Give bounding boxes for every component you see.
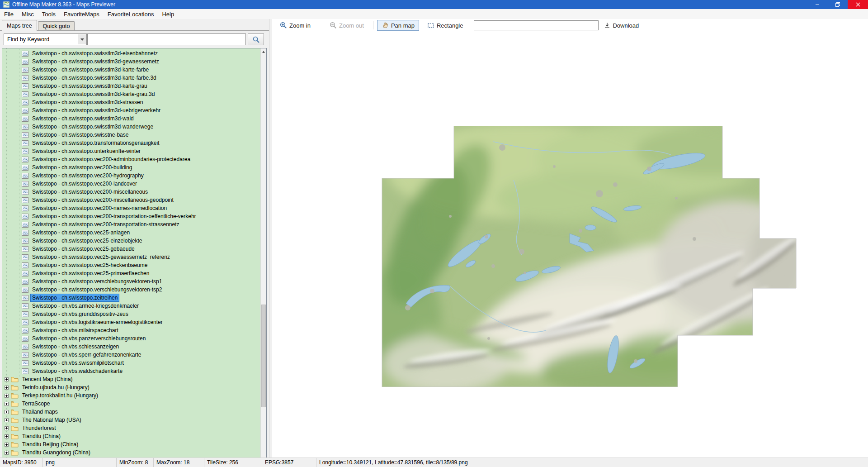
search-filter-dropdown[interactable]: Find by Keyword [4,33,87,45]
maps-tree-folder[interactable]: Tianditu Beijing (China) [2,440,260,448]
maps-tree-item[interactable]: Swisstopo - ch.vbs.logistikraeume-armeel… [2,318,260,326]
search-button[interactable] [248,33,264,45]
zoom-out-button[interactable]: Zoom out [327,20,367,30]
maps-tree-folder[interactable]: The National Map (USA) [2,416,260,424]
maps-tree-item[interactable]: Swisstopo - ch.swisstopo.swisstlm3d-wald [2,114,260,123]
maps-tree-item-label: Swisstopo - ch.vbs.waldschadenkarte [31,367,124,375]
scrollbar-thumb[interactable] [261,305,266,407]
expand-plus-icon[interactable] [5,386,9,390]
zoom-in-button[interactable]: Zoom in [277,20,313,30]
maps-tree-item[interactable]: Swisstopo - ch.swisstopo.vec200-landcove… [2,180,260,188]
scroll-up-icon[interactable] [261,48,266,55]
download-button[interactable]: Download [601,21,642,30]
maps-tree-item[interactable]: Swisstopo - ch.swisstopo.vec200-transpor… [2,212,260,220]
menu-item[interactable]: Tools [38,9,60,19]
maps-tree-item[interactable]: Swisstopo - ch.swisstopo.vec25-gewaesser… [2,253,260,261]
maps-tree-item[interactable]: Swisstopo - ch.swisstopo.vec200-hydrogra… [2,172,260,180]
maps-tree-item[interactable]: Swisstopo - ch.swisstopo.verschiebungsve… [2,286,260,294]
maps-tree-item-label: Swisstopo - ch.swisstopo.swisstlm3d-kart… [31,66,150,73]
menu-item[interactable]: FavoriteMaps [60,9,104,19]
maps-tree-folder[interactable]: Thailand maps [2,408,260,416]
maps-tree-item[interactable]: Swisstopo - ch.swisstopo.swisstlm3d-wand… [2,123,260,131]
maps-tree-folder-label: Tianditu (China) [21,433,62,440]
menu-item[interactable]: FavoriteLocations [104,9,158,19]
map-layer-icon [22,67,28,73]
tab-quick-goto[interactable]: Quick goto [38,21,75,30]
maps-tree-item[interactable]: Swisstopo - ch.swisstopo.vec200-building [2,163,260,172]
minimize-button[interactable] [807,0,827,9]
maps-tree-item[interactable]: Swisstopo - ch.swisstopo.swisstlm3d-stra… [2,98,260,106]
maps-tree-item[interactable]: Swisstopo - ch.swisstopo.swisstlm3d-kart… [2,74,260,82]
map-layer-icon [22,75,28,81]
maps-tree-item[interactable]: Swisstopo - ch.vbs.swissmilpilotschart [2,359,260,367]
restore-button[interactable] [827,0,848,9]
maps-tree-item[interactable]: Swisstopo - ch.swisstopo.swisstlm3d-eise… [2,49,260,57]
maps-tree-item[interactable]: Swisstopo - ch.vbs.grunddispositiv-zeus [2,310,260,318]
tab-maps-tree[interactable]: Maps tree [2,20,37,31]
maps-tree-folder[interactable]: Tencent Map (China) [2,375,260,383]
maps-tree-item-label: Swisstopo - ch.swisstopo.unterkuenfte-wi… [31,148,142,155]
maps-tree-item[interactable]: Swisstopo - ch.swisstopo.transformations… [2,139,260,147]
expand-plus-icon[interactable] [5,426,9,430]
status-cell: png [43,458,117,467]
maps-tree-folder[interactable]: Terkep.torokbalint.hu (Hungary) [2,391,260,400]
maps-tree-folder[interactable]: Tianditu Guangdong (China) [2,448,260,457]
maps-tree-item[interactable]: Swisstopo - ch.vbs.armee-kriegsdenkmaele… [2,302,260,310]
map-layer-icon [22,271,28,276]
map-layer-icon [22,352,28,358]
chevron-down-icon[interactable] [78,34,86,44]
maps-tree-item[interactable]: Swisstopo - ch.swisstopo.vec25-heckenbae… [2,261,260,269]
maps-tree-item[interactable]: Swisstopo - ch.swisstopo.swisstne-base [2,131,260,139]
expand-plus-icon[interactable] [5,402,9,406]
maps-tree-item[interactable]: Swisstopo - ch.swisstopo.verschiebungsve… [2,277,260,286]
toolbar-input[interactable] [474,20,599,30]
maps-tree-item[interactable]: Swisstopo - ch.swisstopo.vec200-names-na… [2,204,260,212]
maps-tree-item[interactable]: Swisstopo - ch.swisstopo.swisstlm3d-uebr… [2,106,260,114]
maps-tree-item[interactable]: Swisstopo - ch.vbs.schiessanzeigen [2,343,260,351]
menu-item[interactable]: Misc [18,9,38,19]
maps-tree-item[interactable]: Swisstopo - ch.swisstopo.vec25-anlagen [2,229,260,237]
expand-plus-icon[interactable] [5,377,9,381]
maps-tree-item[interactable]: Swisstopo - ch.vbs.milairspacechart [2,326,260,334]
maps-tree-item-label: Swisstopo - ch.swisstopo.vec25-gewaesser… [31,253,171,261]
maps-tree-item[interactable]: Swisstopo - ch.swisstopo.unterkuenfte-wi… [2,147,260,155]
maps-tree-item[interactable]: Swisstopo - ch.swisstopo.swisstlm3d-kart… [2,66,260,74]
maps-tree-item[interactable]: Swisstopo - ch.swisstopo.vec25-gebaeude [2,245,260,253]
maps-tree-folder[interactable]: Thunderforest [2,424,260,432]
maps-tree-item[interactable]: Swisstopo - ch.swisstopo.swisstlm3d-kart… [2,82,260,90]
search-input[interactable] [87,33,246,45]
maps-tree-item[interactable]: Swisstopo - ch.swisstopo.vec200-miscella… [2,188,260,196]
menu-item[interactable]: File [0,9,18,19]
tab-quick-goto-label: Quick goto [43,23,70,29]
expand-plus-icon[interactable] [5,410,9,414]
maps-tree-folder[interactable]: Tianditu (China) [2,432,260,440]
maps-tree-folder[interactable]: TerraScope [2,400,260,408]
expand-plus-icon[interactable] [5,434,9,438]
maps-tree-item[interactable]: Swisstopo - ch.swisstopo.zeitreihen [2,294,260,302]
expand-plus-icon[interactable] [5,451,9,455]
menu-item[interactable]: Help [158,9,178,19]
maps-tree-item[interactable]: Swisstopo - ch.vbs.waldschadenkarte [2,367,260,375]
maps-tree-item[interactable]: Swisstopo - ch.vbs.sperr-gefahrenzonenka… [2,351,260,359]
maps-tree-item-label: Swisstopo - ch.swisstopo.swisstlm3d-kart… [31,74,158,81]
tree-scrollbar[interactable] [260,48,266,467]
pan-map-button[interactable]: Pan map [377,20,419,31]
expand-plus-icon[interactable] [5,418,9,422]
expand-plus-icon[interactable] [5,443,9,447]
expand-plus-icon[interactable] [5,394,9,398]
maps-tree-item-label: Swisstopo - ch.swisstopo.swisstlm3d-wand… [31,123,155,130]
maps-tree-item[interactable]: Swisstopo - ch.swisstopo.swisstlm3d-kart… [2,90,260,98]
maps-tree-folder[interactable]: Terinfo.ujbuda.hu (Hungary) [2,383,260,391]
close-button[interactable] [848,0,868,9]
maps-tree-item[interactable]: Swisstopo - ch.swisstopo.vec25-primaerfl… [2,269,260,277]
maps-tree-item[interactable]: Swisstopo - ch.vbs.panzerverschiebungsro… [2,334,260,343]
maps-tree-item[interactable]: Swisstopo - ch.swisstopo.vec200-miscella… [2,196,260,204]
map-canvas[interactable] [272,32,868,457]
map-layer-icon [22,246,28,252]
rectangle-select-button[interactable]: Rectangle [425,21,466,30]
maps-tree-item[interactable]: Swisstopo - ch.swisstopo.swisstlm3d-gewa… [2,57,260,66]
maps-tree-item[interactable]: Swisstopo - ch.swisstopo.vec200-transpor… [2,220,260,229]
maps-tree-item[interactable]: Swisstopo - ch.swisstopo.vec200-adminbou… [2,155,260,163]
status-cell: Longitude=10.349121, Latitude=47.831596,… [316,458,868,467]
maps-tree-item[interactable]: Swisstopo - ch.swisstopo.vec25-einzelobj… [2,237,260,245]
